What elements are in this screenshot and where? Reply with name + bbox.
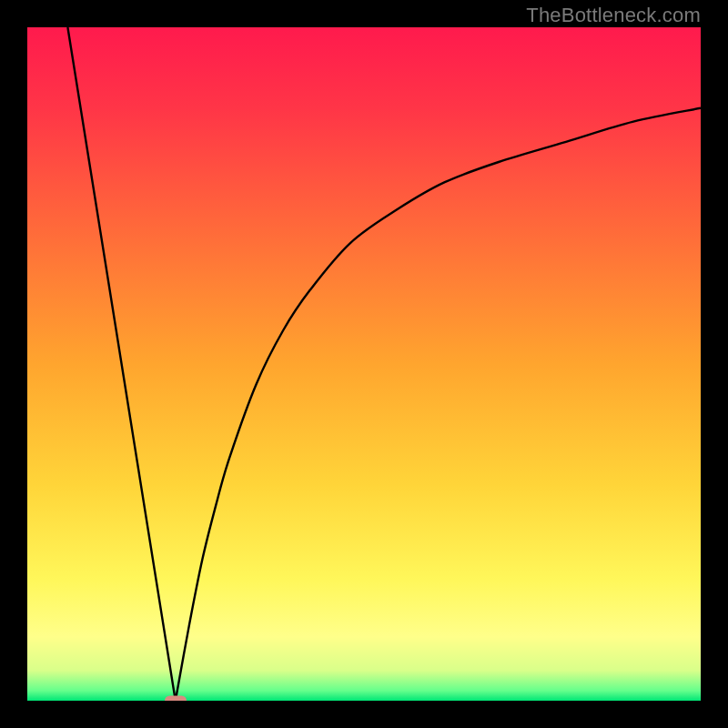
chart-frame: TheBottleneck.com: [0, 0, 728, 728]
optimal-marker: [165, 696, 187, 702]
watermark-text: TheBottleneck.com: [526, 4, 701, 27]
plot-area: [27, 27, 701, 701]
bottleneck-curve: [27, 27, 701, 701]
